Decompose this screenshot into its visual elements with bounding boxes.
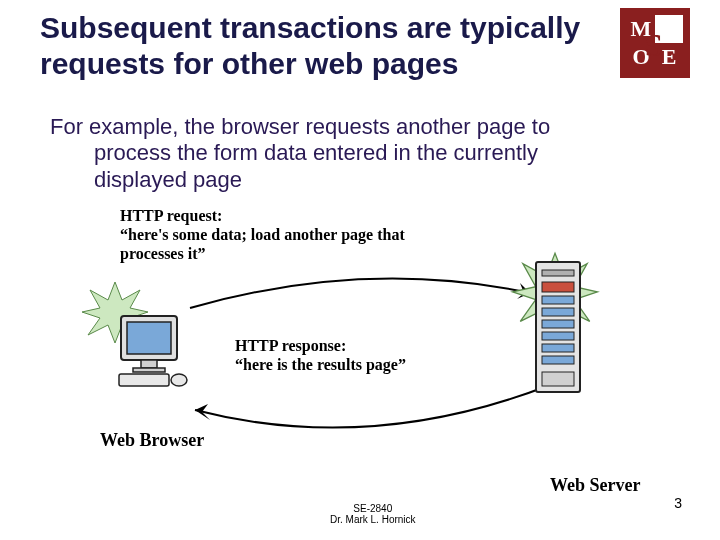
browser-label: Web Browser xyxy=(100,430,204,451)
svg-rect-3 xyxy=(141,360,157,368)
msoe-logo: M O E S xyxy=(620,8,690,78)
svg-rect-13 xyxy=(542,320,574,328)
svg-rect-10 xyxy=(542,282,574,292)
page-number: 3 xyxy=(674,495,682,511)
svg-rect-4 xyxy=(133,368,165,372)
instructor: Dr. Mark L. Hornick xyxy=(330,514,416,525)
logo-s: S xyxy=(645,27,663,64)
svg-rect-17 xyxy=(542,372,574,386)
slide-title: Subsequent transactions are typically re… xyxy=(40,10,620,82)
svg-rect-9 xyxy=(542,270,574,276)
subtitle-line-1: For example, the browser requests anothe… xyxy=(50,114,550,139)
request-arrow xyxy=(180,268,550,318)
slide-subtitle: For example, the browser requests anothe… xyxy=(50,114,610,193)
svg-rect-16 xyxy=(542,356,574,364)
response-arrow xyxy=(170,380,560,445)
svg-rect-5 xyxy=(119,374,169,386)
server-icon xyxy=(530,260,590,400)
svg-rect-11 xyxy=(542,296,574,304)
svg-rect-12 xyxy=(542,308,574,316)
svg-rect-15 xyxy=(542,344,574,352)
svg-rect-2 xyxy=(127,322,171,354)
course-footer: SE-2840 Dr. Mark L. Hornick xyxy=(330,503,416,525)
course-id: SE-2840 xyxy=(353,503,392,514)
http-request-label: HTTP request: “here's some data; load an… xyxy=(120,206,450,264)
server-label: Web Server xyxy=(550,475,640,496)
subtitle-line-2: process the form data entered in the cur… xyxy=(94,140,610,193)
computer-icon xyxy=(115,310,190,390)
svg-rect-14 xyxy=(542,332,574,340)
svg-point-6 xyxy=(171,374,187,386)
